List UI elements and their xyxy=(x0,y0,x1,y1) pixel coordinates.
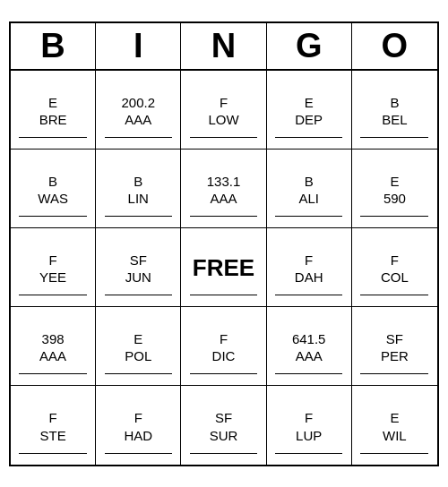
header-letter: N xyxy=(181,23,266,69)
bingo-cell: BBEL xyxy=(352,71,437,150)
cell-content: E590 xyxy=(383,157,406,224)
cell-underline xyxy=(360,216,428,217)
bingo-grid: EBRE200.2AAAFLOWEDEPBBELBWASBLIN133.1AAA… xyxy=(11,71,437,465)
cell-content: FDIC xyxy=(212,314,236,381)
cell-underline xyxy=(19,373,86,374)
header-letter: B xyxy=(11,23,96,69)
cell-underline xyxy=(105,137,172,138)
cell-content: FHAD xyxy=(124,393,152,461)
bingo-cell: FSTE xyxy=(11,386,96,465)
cell-content: FSTE xyxy=(40,393,66,461)
bingo-cell: 200.2AAA xyxy=(96,71,181,150)
header-letter: G xyxy=(267,23,352,69)
cell-content: BALI xyxy=(298,157,319,224)
cell-underline xyxy=(360,295,428,295)
cell-content: 200.2AAA xyxy=(122,78,156,145)
bingo-cell: FREE xyxy=(181,228,266,307)
cell-underline xyxy=(105,373,172,374)
cell-underline xyxy=(190,137,257,138)
cell-content: 133.1AAA xyxy=(207,157,241,224)
bingo-cell: FYEE xyxy=(11,228,96,307)
bingo-header: BINGO xyxy=(11,23,437,71)
header-letter: I xyxy=(96,23,181,69)
bingo-cell: FLUP xyxy=(267,386,352,465)
bingo-cell: EBRE xyxy=(11,71,96,150)
bingo-cell: 133.1AAA xyxy=(181,150,266,228)
bingo-cell: FHAD xyxy=(96,386,181,465)
cell-content: FYEE xyxy=(39,235,66,303)
bingo-cell: 641.5AAA xyxy=(267,307,352,386)
cell-underline xyxy=(19,453,86,454)
bingo-cell: EDEP xyxy=(267,71,352,150)
cell-content: 641.5AAA xyxy=(292,314,326,381)
bingo-cell: EWIL xyxy=(352,386,437,465)
cell-content: SFSUR xyxy=(210,393,238,461)
bingo-cell: SFPER xyxy=(352,307,437,386)
cell-content: SFJUN xyxy=(125,235,151,303)
cell-content: 398AAA xyxy=(39,314,66,381)
bingo-cell: SFSUR xyxy=(181,386,266,465)
cell-underline xyxy=(190,453,257,454)
cell-underline xyxy=(275,373,342,374)
bingo-cell: 398AAA xyxy=(11,307,96,386)
cell-content: EDEP xyxy=(295,78,323,145)
cell-underline xyxy=(105,453,172,454)
cell-content: BWAS xyxy=(38,157,68,224)
cell-underline xyxy=(275,453,342,454)
cell-underline xyxy=(360,373,428,374)
bingo-cell: BWAS xyxy=(11,150,96,228)
bingo-cell: FDAH xyxy=(267,228,352,307)
bingo-card: BINGO EBRE200.2AAAFLOWEDEPBBELBWASBLIN13… xyxy=(9,21,439,466)
cell-content: FLUP xyxy=(296,393,322,461)
cell-underline xyxy=(275,137,342,138)
header-letter: O xyxy=(352,23,437,69)
bingo-cell: E590 xyxy=(352,150,437,228)
cell-content: EPOL xyxy=(125,314,151,381)
cell-underline xyxy=(19,216,86,217)
cell-content: BLIN xyxy=(128,157,149,224)
bingo-cell: SFJUN xyxy=(96,228,181,307)
cell-underline xyxy=(19,137,86,138)
bingo-cell: EPOL xyxy=(96,307,181,386)
cell-content: FDAH xyxy=(295,235,323,303)
cell-content: SFPER xyxy=(381,314,409,381)
cell-underline xyxy=(190,216,257,217)
cell-content: EBRE xyxy=(39,78,67,145)
cell-content: FLOW xyxy=(208,78,238,145)
cell-underline xyxy=(19,295,86,295)
bingo-cell: BALI xyxy=(267,150,352,228)
bingo-cell: FCOL xyxy=(352,228,437,307)
cell-content: EWIL xyxy=(383,393,407,461)
bingo-cell: BLIN xyxy=(96,150,181,228)
cell-underline xyxy=(360,453,428,454)
cell-content: BBEL xyxy=(382,78,407,145)
cell-underline xyxy=(105,216,172,217)
cell-content: FREE xyxy=(193,235,254,303)
cell-underline xyxy=(190,373,257,374)
cell-underline xyxy=(360,137,428,138)
cell-underline xyxy=(275,295,342,295)
bingo-cell: FDIC xyxy=(181,307,266,386)
bingo-cell: FLOW xyxy=(181,71,266,150)
cell-underline xyxy=(275,216,342,217)
cell-underline xyxy=(190,295,257,295)
cell-underline xyxy=(105,295,172,295)
cell-content: FCOL xyxy=(381,235,409,303)
